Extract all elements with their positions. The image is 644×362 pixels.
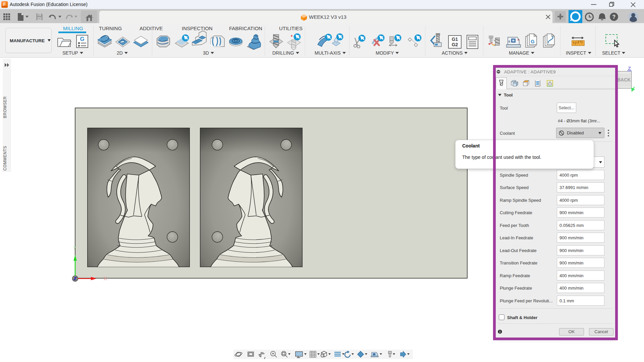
svg-text:Z: Z bbox=[628, 65, 631, 71]
svg-text:G2: G2 bbox=[452, 42, 458, 47]
svg-text:?: ? bbox=[612, 14, 616, 20]
svg-text:Y: Y bbox=[73, 245, 76, 250]
svg-text:F: F bbox=[3, 2, 6, 7]
svg-text:G: G bbox=[80, 36, 84, 42]
svg-text:G1: G1 bbox=[452, 37, 458, 42]
svg-text:X: X bbox=[104, 276, 107, 281]
svg-text:G: G bbox=[531, 39, 535, 44]
